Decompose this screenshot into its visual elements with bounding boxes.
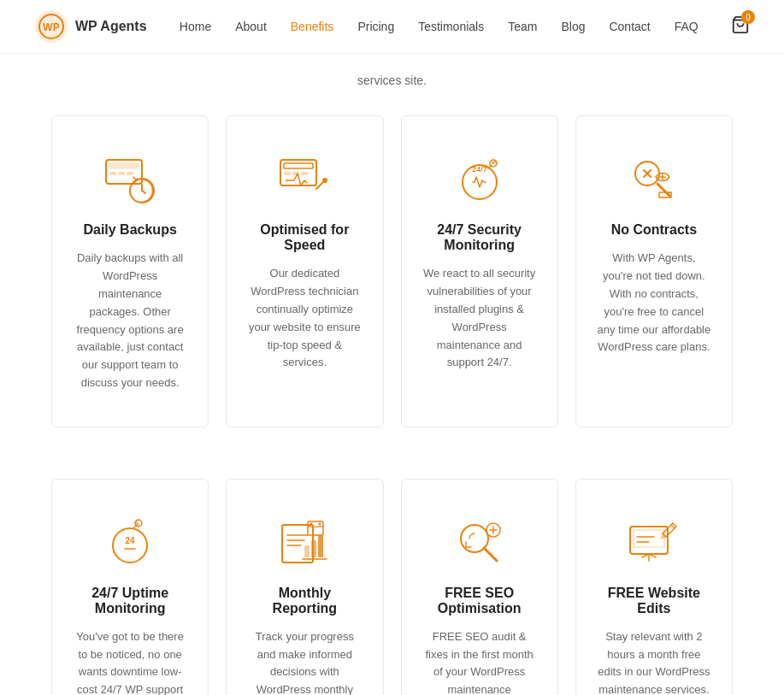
- card-reporting: Monthly Reporting Track your progress an…: [226, 479, 383, 695]
- edits-icon: [624, 514, 684, 574]
- logo[interactable]: WP WP Agents: [34, 9, 147, 44]
- nav-pricing[interactable]: Pricing: [357, 20, 394, 33]
- card-title-contracts: No Contracts: [611, 222, 697, 238]
- card-security: 24/7 24/7 Security Monitoring We react t…: [401, 115, 558, 427]
- card-seo: FREE SEO Optimisation FREE SEO audit & f…: [401, 479, 558, 695]
- card-uptime: 24 24/7 Uptime Monitoring You've got to …: [51, 479, 209, 695]
- svg-rect-5: [109, 163, 139, 168]
- nav-right: 0: [731, 15, 750, 38]
- intro-text: services site.: [93, 54, 692, 98]
- svg-text:24/7: 24/7: [472, 165, 487, 174]
- speed-icon: [274, 150, 334, 210]
- svg-point-22: [135, 520, 142, 527]
- navbar: WP WP Agents Home About Benefits Pricing…: [0, 0, 784, 54]
- card-desc-edits: Stay relevant with 2 hours a month free …: [597, 628, 711, 695]
- svg-rect-11: [284, 163, 313, 168]
- card-edits: FREE Website Edits Stay relevant with 2 …: [575, 479, 733, 695]
- card-daily-backups: Daily Backups Daily backups with all Wor…: [51, 115, 209, 427]
- daily-backups-icon: [100, 150, 160, 210]
- cards-row-1: Daily Backups Daily backups with all Wor…: [0, 98, 784, 461]
- seo-icon: [450, 514, 510, 574]
- svg-text:24: 24: [126, 536, 136, 545]
- logo-icon: WP: [34, 9, 68, 44]
- card-no-contracts: No Contracts With WP Agents, you're not …: [575, 115, 733, 427]
- nav-about[interactable]: About: [235, 20, 267, 33]
- card-desc-seo: FREE SEO audit & fixes in the first mont…: [422, 628, 537, 695]
- card-desc-uptime: You've got to be there to be noticed, no…: [73, 628, 187, 695]
- card-desc-contracts: With WP Agents, you're not tied down. Wi…: [597, 250, 711, 356]
- svg-point-29: [319, 522, 321, 525]
- security-icon: 24/7: [450, 150, 510, 210]
- nav-home[interactable]: Home: [180, 20, 211, 33]
- nav-links: Home About Benefits Pricing Testimonials…: [180, 19, 699, 34]
- svg-rect-32: [630, 527, 668, 554]
- svg-rect-8: [127, 172, 133, 175]
- svg-rect-25: [311, 540, 316, 557]
- svg-rect-26: [318, 535, 323, 557]
- card-desc-backups: Daily backups with all WordPress mainten…: [73, 250, 187, 392]
- card-title-edits: FREE Website Edits: [597, 586, 711, 616]
- nav-benefits[interactable]: Benefits: [291, 20, 334, 33]
- card-desc-reporting: Track your progress and make informed de…: [247, 628, 362, 695]
- svg-text:WP: WP: [43, 21, 59, 33]
- svg-point-20: [113, 528, 147, 562]
- card-title-backups: Daily Backups: [83, 222, 176, 238]
- nav-faq[interactable]: FAQ: [675, 20, 699, 33]
- card-title-reporting: Monthly Reporting: [247, 586, 362, 616]
- svg-rect-33: [634, 530, 664, 547]
- cart-badge: 0: [741, 10, 755, 24]
- nav-blog[interactable]: Blog: [561, 20, 585, 33]
- cards-row-2: 24 24/7 Uptime Monitoring You've got to …: [0, 462, 784, 695]
- card-title-security: 24/7 Security Monitoring: [422, 222, 537, 253]
- card-desc-speed: Our dedicated WordPress technician conti…: [247, 265, 362, 372]
- reporting-icon: [274, 514, 334, 574]
- card-speed: Optimised for Speed Our dedicated WordPr…: [226, 115, 383, 427]
- svg-rect-6: [109, 172, 116, 175]
- cart-button[interactable]: 0: [731, 15, 750, 38]
- svg-point-15: [322, 178, 327, 183]
- svg-rect-14: [301, 172, 308, 175]
- nav-team[interactable]: Team: [508, 20, 537, 33]
- nav-contact[interactable]: Contact: [609, 20, 650, 33]
- card-title-uptime: 24/7 Uptime Monitoring: [73, 586, 187, 616]
- card-desc-security: We react to all security vulnerabilities…: [422, 265, 537, 372]
- logo-text: WP Agents: [75, 19, 147, 34]
- card-title-speed: Optimised for Speed: [247, 222, 362, 253]
- nav-testimonials[interactable]: Testimonials: [418, 20, 484, 33]
- contracts-icon: [624, 150, 684, 210]
- svg-rect-12: [284, 172, 291, 175]
- uptime-icon: 24: [100, 514, 160, 574]
- card-title-seo: FREE SEO Optimisation: [422, 586, 537, 616]
- svg-point-28: [310, 522, 313, 525]
- svg-rect-7: [118, 172, 125, 175]
- svg-rect-24: [304, 545, 309, 557]
